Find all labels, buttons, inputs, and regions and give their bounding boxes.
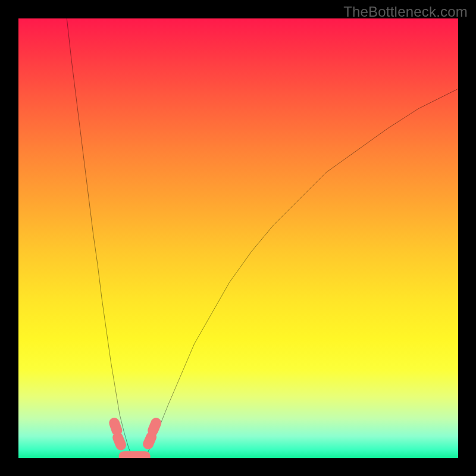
plot-area — [18, 18, 458, 458]
chart-frame: TheBottleneck.com — [0, 0, 476, 476]
marker-right-blob-upper — [153, 423, 156, 431]
marker-left-blob-lower — [118, 437, 121, 445]
chart-svg — [18, 18, 458, 458]
marker-left-blob-upper — [114, 423, 117, 431]
series-left-curve — [67, 18, 131, 456]
series-right-curve — [146, 89, 458, 456]
watermark-label: TheBottleneck.com — [343, 4, 468, 20]
marker-right-blob-lower — [148, 437, 151, 444]
